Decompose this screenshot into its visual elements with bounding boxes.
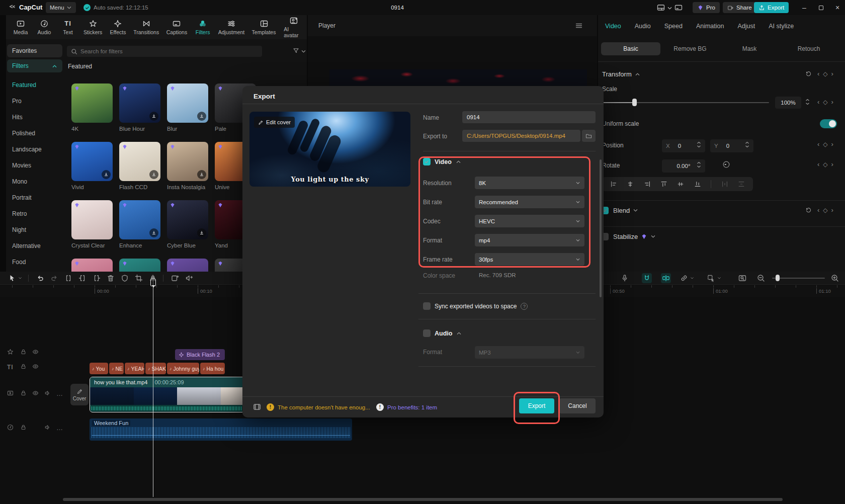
align-right-icon[interactable] [644,181,651,188]
lock-icon[interactable] [20,424,27,431]
tab-animation[interactable]: Animation [696,23,724,30]
y-stepper[interactable] [745,141,749,148]
dropdown-frame-rate[interactable]: 30fps [475,253,584,266]
audio-clip[interactable]: Weekend Fun [90,418,352,441]
scale-stepper[interactable] [805,99,810,105]
uniform-scale-toggle[interactable] [820,119,837,128]
text-clip[interactable]: ♪SHAK [145,363,166,374]
filter-card-vivid[interactable]: Vivid [71,142,113,190]
speaker-icon[interactable] [44,390,51,396]
download-icon[interactable] [197,112,206,121]
toolbar-item-ai-avatar[interactable]: AI avatar [281,16,307,39]
toolbar-item-media[interactable]: Media [10,19,31,36]
export-confirm-button[interactable]: Export [519,398,554,413]
sidebar-item-polished[interactable]: Polished [7,126,62,141]
speaker-icon[interactable] [44,424,51,431]
cursor-icon[interactable] [8,274,16,282]
toolbar-item-adjustment[interactable]: Adjustment [216,19,247,36]
toolbar-item-text[interactable]: TIText [57,19,78,36]
download-icon[interactable] [197,170,206,179]
ellipsis-icon[interactable]: … [56,424,63,432]
sidebar-item-landscape[interactable]: Landscape [7,142,62,157]
sidebar-item-mono[interactable]: Mono [7,174,62,189]
subtab-basic[interactable]: Basic [601,42,660,55]
eye-icon[interactable] [32,390,39,396]
split-icon[interactable] [64,274,72,282]
toolbar-item-transitions[interactable]: Transitions [131,19,161,36]
funnel-icon[interactable] [293,47,299,54]
toolbar-item-filters[interactable]: Filters [192,19,213,36]
toolbar-item-captions[interactable]: Captions [164,19,190,36]
filter-card-flash-ccd[interactable]: Flash CCD [119,142,160,190]
subtab-mask[interactable]: Mask [720,42,779,55]
audio-track-icon[interactable] [7,424,14,431]
scale-slider-thumb[interactable] [632,99,637,106]
subtab-retouch[interactable]: Retouch [779,42,838,55]
align-left-icon[interactable] [610,181,617,188]
scale-value[interactable]: 100% [775,97,801,109]
timeline-zoom-slider[interactable] [772,278,825,279]
toolbar-item-effects[interactable]: Effects [107,19,128,36]
filter-card-crystal-clear[interactable]: Crystal Clear [71,200,113,248]
filter-card-partial[interactable] [71,259,113,272]
ellipsis-icon[interactable]: … [56,390,63,397]
toolbar-item-stickers[interactable]: Stickers [81,19,105,36]
funnel-chevron-icon[interactable] [301,49,306,54]
rotate-dial-icon[interactable] [722,160,730,169]
eye-icon[interactable] [32,349,39,355]
download-icon[interactable] [149,228,158,237]
dropdown-format[interactable]: mp4 [475,234,584,246]
text-clip[interactable]: ♪You [90,363,108,374]
blend-section[interactable]: Blend [613,207,638,214]
player-menu-icon[interactable] [575,22,583,30]
download-icon[interactable] [149,170,158,179]
dropdown-codec[interactable]: HEVC [475,215,584,227]
trim-right-icon[interactable] [93,274,101,282]
browse-folder-button[interactable] [582,130,596,142]
video-checkbox[interactable] [423,158,431,165]
toolbar-item-audio[interactable]: Audio [34,19,55,36]
text-clip[interactable]: ♪YEAH [125,363,144,374]
sidebar-item-favorites[interactable]: Favorites [7,44,62,57]
sidebar-item-filters[interactable]: Filters [7,59,62,72]
filter-search[interactable] [67,46,262,57]
mask-icon[interactable] [121,274,129,282]
lock-icon[interactable] [20,363,27,370]
filter-card-4k[interactable]: 4K [71,83,113,132]
rotate-keyframe[interactable]: ‹◇› [817,160,833,168]
collapse-icon[interactable] [456,159,461,164]
audio-checkbox[interactable] [423,329,431,337]
text-track-icon[interactable]: TI [7,363,14,371]
filter-card-insta-nostalgia[interactable]: Insta Nostalgia [167,142,208,190]
sidebar-item-food[interactable]: Food [7,255,62,270]
blend-reset-icon[interactable] [805,207,812,213]
sync-checkbox[interactable] [423,302,431,310]
filter-card-cyber-blue[interactable]: Cyber Blue [167,200,208,248]
search-input[interactable] [80,48,241,54]
dropdown-resolution[interactable]: 8K [475,177,584,189]
menu-button[interactable]: Menu [46,2,76,13]
sidebar-item-movies[interactable]: Movies [7,158,62,173]
text-clip[interactable]: ♪NE [109,363,124,374]
filter-card-blue-hour[interactable]: Blue Hour [119,83,160,132]
distribute-h-icon[interactable] [721,181,728,188]
link-icon[interactable] [680,274,688,282]
minimize-button[interactable]: – [797,0,812,15]
video-track-icon[interactable] [7,390,14,396]
crop-icon[interactable] [135,274,143,282]
download-icon[interactable] [149,112,158,121]
lock-icon[interactable] [20,349,27,355]
help-icon[interactable]: ? [521,303,528,310]
keyframe-controls[interactable]: ‹◇› [817,70,833,77]
cancel-button[interactable]: Cancel [559,398,596,413]
filter-card-partial[interactable] [119,259,160,272]
text-clip[interactable]: ♪Ha hou [200,363,225,374]
align-top-icon[interactable] [660,181,667,188]
playhead-handle[interactable] [150,279,156,286]
tab-adjust[interactable]: Adjust [737,23,755,30]
align-center-v-icon[interactable] [677,181,684,188]
add-media-icon[interactable] [171,274,179,282]
filter-card-enhance[interactable]: Enhance [119,200,160,248]
eye-icon[interactable] [32,363,39,370]
undo-icon[interactable] [36,274,44,282]
